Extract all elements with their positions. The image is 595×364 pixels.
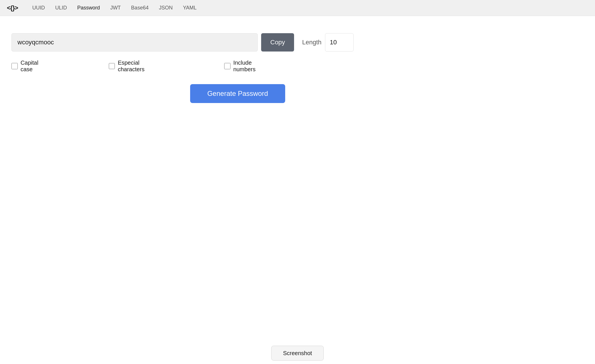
nav-link-json[interactable]: JSON	[158, 4, 173, 12]
main-content: Copy Length Capital case Especial charac…	[0, 16, 344, 114]
especial-characters-checkbox[interactable]	[109, 63, 115, 69]
password-input[interactable]	[11, 33, 258, 52]
capital-case-label: Capital case	[21, 60, 52, 73]
capital-case-item[interactable]: Capital case	[11, 60, 52, 73]
nav-link-ulid[interactable]: ULID	[55, 4, 68, 12]
length-label: Length	[302, 39, 321, 46]
generate-password-button[interactable]: Generate Password	[190, 84, 285, 103]
generate-row: Generate Password	[143, 84, 332, 103]
nav-link-password[interactable]: Password	[77, 4, 101, 12]
especial-characters-label: Especial characters	[118, 60, 167, 73]
screenshot-button-container: Screenshot	[271, 346, 324, 361]
capital-case-checkbox[interactable]	[11, 63, 18, 69]
length-input[interactable]	[325, 33, 354, 52]
nav-link-yaml[interactable]: YAML	[182, 4, 197, 12]
copy-button[interactable]: Copy	[261, 33, 294, 52]
checkbox-row: Capital case Especial characters Include…	[11, 60, 332, 73]
include-numbers-item[interactable]: Include numbers	[224, 60, 275, 73]
nav-link-base64[interactable]: Base64	[131, 4, 149, 12]
include-numbers-checkbox[interactable]	[224, 63, 230, 69]
screenshot-button[interactable]: Screenshot	[271, 346, 324, 361]
especial-characters-item[interactable]: Especial characters	[109, 60, 167, 73]
navbar: <{}> UUID ULID Password JWT Base64 JSON …	[0, 0, 595, 16]
password-row: Copy Length	[11, 33, 332, 52]
include-numbers-label: Include numbers	[233, 60, 275, 73]
nav-link-uuid[interactable]: UUID	[32, 4, 46, 12]
nav-link-jwt[interactable]: JWT	[110, 4, 121, 12]
nav-logo: <{}>	[7, 4, 18, 12]
